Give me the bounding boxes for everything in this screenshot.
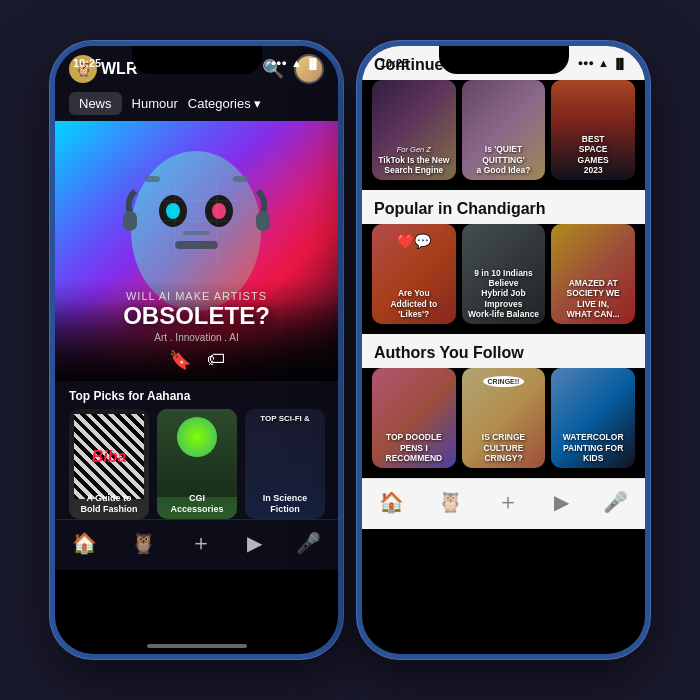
nav-owl[interactable]: 🦉	[131, 531, 156, 555]
hero-actions: 🔖 🏷	[69, 349, 324, 371]
left-phone-content: 🦉 WLR 🔍 News Humour	[55, 46, 338, 570]
pick-card-2-text: CGIAccessories	[161, 493, 233, 515]
bookmark-outline-icon[interactable]: 🔖	[169, 349, 191, 371]
popular-title: Popular in Chandigarh	[362, 190, 645, 224]
nav-add[interactable]: ＋	[190, 528, 212, 558]
hero-main-title: OBSOLETE?	[69, 304, 324, 328]
svg-rect-6	[145, 176, 160, 182]
bottom-nav-left: 🏠 🦉 ＋ ▶ 🎤	[55, 519, 338, 570]
pick-card-cgi[interactable]: CGIAccessories	[157, 409, 237, 519]
popular-card-3-text: AMAZED ATSOCIETY WE LIVE IN,WHAT CAN...	[556, 278, 630, 319]
hero-pre-title: WILL AI MAKE ARTISTS	[69, 290, 324, 302]
svg-rect-8	[123, 211, 137, 231]
author-card-1-text: TOP DOODLEPENS IRECOMMEND	[377, 432, 451, 463]
popular-card-1-text: Are YouAddicted to'Likes'?	[377, 288, 451, 319]
hero-content: WILL AI MAKE ARTISTS OBSOLETE? Art . Inn…	[55, 280, 338, 381]
authors-title: Authors You Follow	[362, 334, 645, 368]
continue-card-3[interactable]: BESTSPACEGAMES2023	[551, 80, 635, 180]
fashion-text: Biba	[92, 449, 127, 463]
phones-container: 10:25 ●●● ▲ ▐▌ 🦉 WLR 🔍	[49, 40, 651, 660]
right-nav-owl[interactable]: 🦉	[438, 490, 463, 514]
likes-icon: ❤️💬	[397, 232, 431, 250]
nav-mic[interactable]: 🎤	[296, 531, 321, 555]
continue-card-2[interactable]: Is 'QUIETQUITTING'a Good Idea?	[462, 80, 546, 180]
signal-icon: ●●●	[271, 58, 287, 68]
speech-bubble: CRINGE!!	[483, 376, 525, 387]
status-bar-left: 10:25 ●●● ▲ ▐▌	[55, 46, 338, 74]
continue-card-3-text: BESTSPACEGAMES2023	[556, 134, 630, 175]
nav-tab-humour[interactable]: Humour	[122, 92, 188, 115]
hero-tags: Art . Innovation . AI	[69, 332, 324, 343]
hero-section: WILL AI MAKE ARTISTS OBSOLETE? Art . Inn…	[55, 121, 338, 381]
status-bar-right: 10:25 ●●● ▲ ▐▌	[362, 46, 645, 74]
right-phone-content: Continue Reading For Gen ZTikTok Is the …	[362, 46, 645, 529]
top-picks-label: Top Picks for Aahana	[55, 381, 338, 409]
battery-icon-right: ▐▌	[613, 58, 627, 69]
wifi-icon-right: ▲	[598, 57, 609, 69]
status-icons-left: ●●● ▲ ▐▌	[271, 57, 320, 69]
nav-tabs: News Humour Categories ▾	[55, 92, 338, 121]
top-picks-row: Biba A Guide toBold Fashion CGIAccessori…	[55, 409, 338, 519]
pick-card-fashion[interactable]: Biba A Guide toBold Fashion	[69, 409, 149, 519]
svg-rect-11	[175, 241, 218, 249]
time-left: 10:25	[73, 57, 101, 69]
bottom-nav-right: 🏠 🦉 ＋ ▶ 🎤	[362, 478, 645, 529]
continue-card-1-text: For Gen ZTikTok Is the NewSearch Engine	[377, 144, 451, 175]
signal-icon-right: ●●●	[578, 58, 594, 68]
author-card-3[interactable]: WATERCOLORPAINTING FORKIDS	[551, 368, 635, 468]
left-phone-inner: 10:25 ●●● ▲ ▐▌ 🦉 WLR 🔍	[55, 46, 338, 654]
continue-reading-row: For Gen ZTikTok Is the NewSearch Engine …	[362, 80, 645, 190]
pick-card-scifi[interactable]: Top Sci-Fi & In ScienceFiction	[245, 409, 325, 519]
bookmark-icon[interactable]: 🏷	[207, 349, 225, 371]
popular-card-1[interactable]: ❤️💬 Are YouAddicted to'Likes'?	[372, 224, 456, 324]
svg-point-5	[212, 203, 226, 219]
svg-rect-9	[256, 211, 270, 231]
popular-row: ❤️💬 Are YouAddicted to'Likes'? 9 in 10 I…	[362, 224, 645, 334]
popular-card-2[interactable]: 9 in 10 Indians BelieveHybrid Job Improv…	[462, 224, 546, 324]
home-indicator-left	[147, 644, 247, 648]
right-nav-add[interactable]: ＋	[497, 487, 519, 517]
nav-home[interactable]: 🏠	[72, 531, 97, 555]
status-icons-right: ●●● ▲ ▐▌	[578, 57, 627, 69]
right-phone-inner: 10:25 ●●● ▲ ▐▌ Continue Reading For Gen …	[362, 46, 645, 654]
author-card-2-text: IS CRINGECULTURECRINGY?	[467, 432, 541, 463]
scifi-top-text: Top Sci-Fi &	[250, 414, 320, 423]
home-indicator-right	[454, 644, 554, 648]
nav-play[interactable]: ▶	[247, 531, 262, 555]
left-phone: 10:25 ●●● ▲ ▐▌ 🦉 WLR 🔍	[49, 40, 344, 660]
svg-rect-7	[233, 176, 248, 182]
green-circle	[177, 417, 217, 457]
right-nav-play[interactable]: ▶	[554, 490, 569, 514]
continue-card-2-text: Is 'QUIETQUITTING'a Good Idea?	[467, 144, 541, 175]
author-card-1[interactable]: TOP DOODLEPENS IRECOMMEND	[372, 368, 456, 468]
nav-tab-categories[interactable]: Categories ▾	[188, 92, 261, 115]
right-phone: 10:25 ●●● ▲ ▐▌ Continue Reading For Gen …	[356, 40, 651, 660]
time-right: 10:25	[380, 57, 408, 69]
continue-card-1[interactable]: For Gen ZTikTok Is the NewSearch Engine	[372, 80, 456, 180]
pick-card-3-text: In ScienceFiction	[249, 493, 321, 515]
nav-tab-news[interactable]: News	[69, 92, 122, 115]
svg-rect-10	[183, 231, 210, 235]
right-nav-home[interactable]: 🏠	[379, 490, 404, 514]
author-card-2[interactable]: CRINGE!! IS CRINGECULTURECRINGY?	[462, 368, 546, 468]
authors-row: TOP DOODLEPENS IRECOMMEND CRINGE!! IS CR…	[362, 368, 645, 478]
battery-icon: ▐▌	[306, 58, 320, 69]
svg-point-4	[166, 203, 180, 219]
wifi-icon: ▲	[291, 57, 302, 69]
green-hair-figure	[157, 409, 237, 497]
popular-card-2-text: 9 in 10 Indians BelieveHybrid Job Improv…	[467, 268, 541, 319]
right-nav-mic[interactable]: 🎤	[603, 490, 628, 514]
pick-card-1-text: A Guide toBold Fashion	[73, 493, 145, 515]
popular-card-3[interactable]: AMAZED ATSOCIETY WE LIVE IN,WHAT CAN...	[551, 224, 635, 324]
author-card-3-text: WATERCOLORPAINTING FORKIDS	[556, 432, 630, 463]
